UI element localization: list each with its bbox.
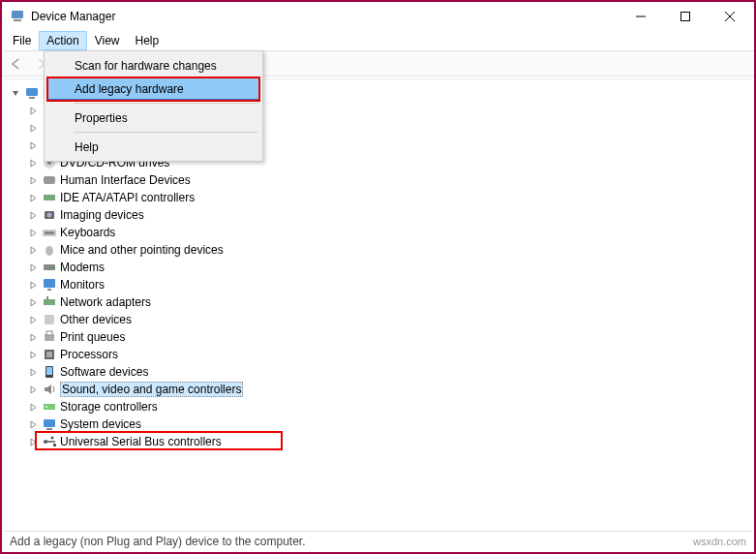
processors-icon <box>42 347 57 362</box>
svg-point-42 <box>51 437 54 440</box>
menu-item-add-legacy-hardware[interactable]: Add legacy hardware <box>47 77 259 100</box>
svg-rect-35 <box>46 367 52 375</box>
tree-category-label: Processors <box>60 348 118 361</box>
chevron-right-icon[interactable] <box>28 350 39 360</box>
chevron-right-icon[interactable] <box>28 419 39 430</box>
software-devices-icon <box>42 364 57 380</box>
menu-view[interactable]: View <box>87 31 128 50</box>
tree-category-processors[interactable]: Processors <box>4 346 752 363</box>
tree-category-imaging-devices[interactable]: Imaging devices <box>4 206 752 224</box>
svg-rect-43 <box>53 444 56 446</box>
chevron-right-icon[interactable] <box>28 123 39 134</box>
status-text: Add a legacy (non Plug and Play) device … <box>10 535 306 548</box>
tree-category-label: Imaging devices <box>60 208 144 222</box>
svg-point-22 <box>45 246 53 256</box>
menubar: File Action View Help <box>2 31 754 50</box>
tree-category-mice-and-other-pointing-devices[interactable]: Mice and other pointing devices <box>4 241 752 259</box>
tree-category-network-adapters[interactable]: Network adapters <box>4 293 752 311</box>
mice-and-other-pointing-devices-icon <box>42 242 57 258</box>
tree-category-label: Mice and other pointing devices <box>60 243 224 257</box>
tree-category-storage-controllers[interactable]: Storage controllers <box>4 398 752 416</box>
chevron-right-icon[interactable] <box>28 228 39 238</box>
tree-category-human-interface-devices[interactable]: Human Interface Devices <box>4 171 752 189</box>
svg-rect-1 <box>14 19 21 21</box>
menu-item-scan-hardware[interactable]: Scan for hardware changes <box>47 54 259 77</box>
svg-point-37 <box>45 406 47 408</box>
chevron-right-icon[interactable] <box>28 332 39 343</box>
chevron-right-icon[interactable] <box>28 315 39 325</box>
tree-category-system-devices[interactable]: System devices <box>4 416 752 433</box>
tree-category-universal-serial-bus-controllers[interactable]: Universal Serial Bus controllers <box>4 433 752 450</box>
chevron-right-icon[interactable] <box>28 193 39 203</box>
tree-category-label: Monitors <box>60 278 105 292</box>
tree-category-label: Modems <box>60 261 105 274</box>
tree-category-modems[interactable]: Modems <box>4 259 752 276</box>
svg-rect-31 <box>46 331 52 335</box>
tree-category-label: Human Interface Devices <box>60 173 191 187</box>
imaging-devices-icon <box>42 207 57 223</box>
chevron-right-icon[interactable] <box>28 437 39 447</box>
tree-category-sound-video-and-game-controllers[interactable]: Sound, video and game controllers <box>4 381 752 398</box>
tree-category-monitors[interactable]: Monitors <box>4 276 752 293</box>
svg-rect-26 <box>47 289 51 291</box>
menu-item-properties[interactable]: Properties <box>47 107 259 129</box>
device-manager-icon <box>10 9 25 24</box>
chevron-right-icon[interactable] <box>28 402 39 413</box>
tree-category-label: IDE ATA/ATAPI controllers <box>60 191 195 204</box>
close-button[interactable] <box>708 3 752 30</box>
chevron-right-icon[interactable] <box>28 210 39 221</box>
tree-category-label: System devices <box>60 417 141 431</box>
chevron-right-icon[interactable] <box>28 367 39 378</box>
monitors-icon <box>42 277 57 292</box>
chevron-right-icon[interactable] <box>28 158 39 169</box>
svg-rect-17 <box>44 195 55 200</box>
chevron-right-icon[interactable] <box>28 385 39 395</box>
ide-ata-atapi-controllers-icon <box>42 190 57 205</box>
tree-category-label: Network adapters <box>60 295 151 309</box>
svg-rect-16 <box>44 176 55 184</box>
tree-category-keyboards[interactable]: Keyboards <box>4 224 752 241</box>
chevron-right-icon[interactable] <box>28 262 39 273</box>
tree-category-label: Other devices <box>60 313 132 326</box>
svg-rect-33 <box>46 352 52 357</box>
universal-serial-bus-controllers-icon <box>42 434 57 449</box>
svg-rect-38 <box>44 419 55 427</box>
chevron-right-icon[interactable] <box>28 140 39 151</box>
svg-rect-3 <box>681 13 690 21</box>
tree-category-print-queues[interactable]: Print queues <box>4 328 752 346</box>
watermark-text: wsxdn.com <box>693 536 746 547</box>
menu-item-help[interactable]: Help <box>47 136 259 158</box>
tree-category-label: Print queues <box>60 330 125 344</box>
other-devices-icon <box>42 312 57 327</box>
menu-action[interactable]: Action <box>39 31 86 50</box>
tree-category-other-devices[interactable]: Other devices <box>4 311 752 328</box>
chevron-right-icon[interactable] <box>28 106 39 116</box>
minimize-button[interactable] <box>619 3 663 30</box>
svg-rect-7 <box>29 97 35 99</box>
tree-category-ide-ata-atapi-controllers[interactable]: IDE ATA/ATAPI controllers <box>4 189 752 206</box>
svg-rect-27 <box>44 299 55 305</box>
svg-rect-29 <box>45 315 54 324</box>
maximize-button[interactable] <box>663 3 708 30</box>
system-devices-icon <box>42 416 57 432</box>
menu-file[interactable]: File <box>5 31 39 50</box>
svg-rect-0 <box>12 11 23 18</box>
tree-category-label: Keyboards <box>60 226 115 239</box>
menu-help[interactable]: Help <box>128 31 167 50</box>
human-interface-devices-icon <box>42 172 57 188</box>
chevron-right-icon[interactable] <box>28 175 39 186</box>
window-title: Device Manager <box>31 10 619 23</box>
svg-rect-25 <box>44 279 55 288</box>
back-button[interactable] <box>6 53 27 75</box>
svg-rect-36 <box>44 404 55 410</box>
svg-rect-21 <box>45 231 54 234</box>
chevron-right-icon[interactable] <box>28 280 39 291</box>
chevron-down-icon[interactable] <box>11 88 21 99</box>
tree-category-label: Sound, video and game controllers <box>60 382 243 397</box>
chevron-right-icon[interactable] <box>28 245 39 256</box>
tree-category-software-devices[interactable]: Software devices <box>4 363 752 381</box>
tree-category-label: Storage controllers <box>60 400 158 414</box>
keyboards-icon <box>42 225 57 240</box>
action-menu-dropdown: Scan for hardware changes Add legacy har… <box>44 50 263 162</box>
chevron-right-icon[interactable] <box>28 297 39 308</box>
